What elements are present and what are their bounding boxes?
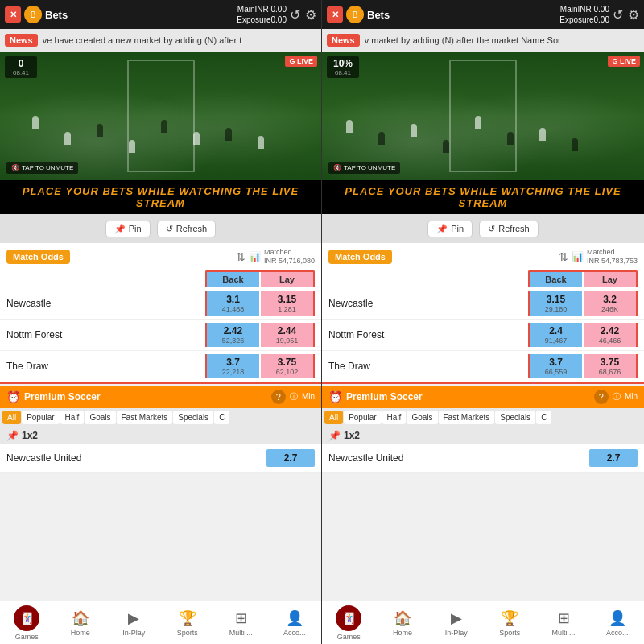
bottom-nav-right: 🃏 Games 🏠 Home ▶ In-Play 🏆 Sports ⊞ — [322, 601, 644, 644]
lay-cell-draw-right[interactable]: 3.75 68,676 — [584, 354, 636, 378]
filter-fast-right[interactable]: Fast Markets — [439, 411, 495, 424]
team-draw-left: The Draw — [6, 361, 205, 372]
odds-row-forest-right: Nottm Forest 2.4 91,467 2.42 46,466 — [322, 320, 644, 351]
bet-section-right: 📌 1x2 — [322, 427, 644, 444]
refresh-button-left[interactable]: ↺ Refresh — [157, 221, 217, 237]
lay-cell-newcastle-left[interactable]: 3.15 1,281 — [261, 291, 313, 316]
unmute-btn-right[interactable]: 🔇 TAP TO UNMUTE — [328, 162, 400, 174]
filter-half-right[interactable]: Half — [382, 411, 407, 424]
team-odd-newcastle-united-right[interactable]: 2.7 — [589, 449, 638, 467]
match-odds-header-left: Match Odds ⇅ 📊 Matched INR 54,716,080 — [0, 243, 321, 270]
nav-games-right[interactable]: 🃏 Games — [322, 601, 376, 644]
sort-icon-right[interactable]: ⇅ — [559, 250, 568, 263]
back-cell-forest-left[interactable]: 2.42 52,326 — [207, 323, 259, 347]
account-icon-right: 👤 — [609, 609, 626, 627]
nav-sports-label-right: Sports — [499, 629, 520, 637]
nav-multi-left[interactable]: ⊞ Multi ... — [214, 601, 268, 644]
back-cell-draw-right[interactable]: 3.7 66,559 — [530, 354, 582, 378]
video-right[interactable]: 10% 08:41 G LIVE 🔇 TAP TO UNMUTE — [322, 52, 644, 180]
score-number-left: 0 — [19, 58, 24, 69]
nav-sports-right[interactable]: 🏆 Sports — [483, 601, 537, 644]
filter-specials-left[interactable]: Specials — [173, 411, 213, 424]
pin-button-right[interactable]: 📌 Pin — [427, 221, 473, 237]
premium-info-left[interactable]: ? — [271, 390, 286, 404]
lay-header-right: Lay — [584, 272, 636, 287]
multi-icon-right: ⊞ — [558, 609, 570, 627]
news-bar-left: News ve have created a new market by add… — [0, 29, 321, 52]
nav-account-left[interactable]: 👤 Acco... — [268, 601, 322, 644]
lay-cell-forest-right[interactable]: 2.42 46,466 — [584, 323, 636, 347]
glive-badge-left: G LIVE — [285, 56, 317, 67]
back-cell-newcastle-right[interactable]: 3.15 29,180 — [530, 291, 582, 316]
lay-cell-draw-left[interactable]: 3.75 62,102 — [261, 354, 313, 378]
premium-section-right: ⏰ Premium Soccer ? ⓘ Min — [322, 386, 644, 408]
match-odds-badge-left: Match Odds — [6, 250, 70, 264]
close-button-left[interactable]: ✕ — [5, 6, 21, 23]
settings-icon-right[interactable]: ⚙ — [628, 7, 639, 23]
back-cell-forest-right[interactable]: 2.4 91,467 — [530, 323, 582, 347]
banner-text: PLACE YOUR BETS WHILE WATCHING THE LIVE … — [8, 185, 313, 209]
team-row-newcastle-united-right: Newcastle United 2.7 — [322, 444, 644, 473]
bet-section-left: 📌 1x2 — [0, 427, 321, 444]
filter-all-left[interactable]: All — [2, 411, 21, 424]
odds-label-spacer-right — [328, 270, 528, 287]
nav-games-left[interactable]: 🃏 Games — [0, 601, 54, 644]
sports-icon-left: 🏆 — [179, 609, 196, 627]
back-cell-newcastle-left[interactable]: 3.1 41,488 — [207, 291, 259, 316]
action-bar-right: 📌 Pin ↺ Refresh — [322, 214, 644, 243]
nav-multi-right[interactable]: ⊞ Multi ... — [537, 601, 591, 644]
filter-popular-right[interactable]: Popular — [344, 411, 381, 424]
sort-icon-left[interactable]: ⇅ — [236, 250, 246, 263]
filter-specials-right[interactable]: Specials — [495, 411, 535, 424]
odds-row-draw-left: The Draw 3.7 22,218 3.75 62,102 — [0, 351, 321, 382]
filter-c-right[interactable]: C — [536, 411, 551, 424]
score-number-right: 10% — [333, 58, 353, 69]
refresh-button-right[interactable]: ↺ Refresh — [479, 221, 539, 237]
unmute-btn-left[interactable]: 🔇 TAP TO UNMUTE — [6, 162, 78, 174]
nav-home-left[interactable]: 🏠 Home — [54, 601, 108, 644]
nav-account-right[interactable]: 👤 Acco... — [590, 601, 644, 644]
nav-inplay-right[interactable]: ▶ In-Play — [429, 601, 483, 644]
settings-icon-left[interactable]: ⚙ — [305, 7, 316, 23]
close-button-right[interactable]: ✕ — [327, 6, 343, 23]
filter-goals-right[interactable]: Goals — [407, 411, 437, 424]
odds-rows-right: Newcastle 3.15 29,180 3.2 246K — [322, 288, 644, 384]
team-odd-newcastle-united-left[interactable]: 2.7 — [266, 449, 315, 467]
main-container: ✕ B Bets MainINR 0.00 Exposure0.00 ↺ ⚙ N… — [0, 0, 644, 644]
filter-fast-left[interactable]: Fast Markets — [117, 411, 173, 424]
premium-info-right[interactable]: ? — [594, 390, 609, 404]
video-left[interactable]: 0 08:41 G LIVE 🔇 TAP TO UNMUTE — [0, 52, 321, 180]
team-name-newcastle-united-left: Newcastle United — [6, 452, 266, 464]
news-text-right: v market by adding (N) after the market … — [365, 35, 561, 45]
nav-account-label-right: Acco... — [606, 629, 629, 637]
lay-cell-newcastle-right[interactable]: 3.2 246K — [584, 291, 636, 316]
filter-c-left[interactable]: C — [214, 411, 229, 424]
news-bar-right: News v market by adding (N) after the ma… — [322, 29, 644, 52]
nav-inplay-left[interactable]: ▶ In-Play — [107, 601, 161, 644]
nav-sports-left[interactable]: 🏆 Sports — [161, 601, 215, 644]
chart-icon-right[interactable]: 📊 — [572, 251, 584, 262]
back-header-left: Back — [207, 272, 259, 287]
lay-cell-forest-left[interactable]: 2.44 19,951 — [261, 323, 313, 347]
nav-multi-label-left: Multi ... — [229, 629, 253, 637]
player-left-7 — [225, 128, 232, 141]
bottom-nav-left: 🃏 Games 🏠 Home ▶ In-Play 🏆 Sports ⊞ — [0, 601, 321, 644]
nav-home-right[interactable]: 🏠 Home — [376, 601, 430, 644]
refresh-icon-right[interactable]: ↺ — [613, 7, 623, 23]
odds-section-right: Match Odds ⇅ 📊 Matched INR 54,783,753 Ba… — [322, 243, 644, 384]
back-cell-draw-left[interactable]: 3.7 22,218 — [207, 354, 259, 378]
panel-right: ✕ B Bets MainINR 0.00 Exposure0.00 ↺ ⚙ N… — [322, 0, 644, 644]
pin-button-left[interactable]: 📌 Pin — [105, 221, 151, 237]
chart-icon-left[interactable]: 📊 — [249, 251, 261, 262]
refresh-icon-left[interactable]: ↺ — [290, 7, 300, 23]
filter-goals-left[interactable]: Goals — [85, 411, 115, 424]
filter-popular-left[interactable]: Popular — [22, 411, 59, 424]
news-tag-left: News — [5, 34, 38, 47]
odds-row-newcastle-right: Newcastle 3.15 29,180 3.2 246K — [322, 288, 644, 320]
player-right-6 — [507, 132, 514, 145]
cells-newcastle-right: 3.15 29,180 3.2 246K — [528, 291, 638, 316]
filter-all-right[interactable]: All — [324, 411, 343, 424]
banner-text-right: PLACE YOUR BETS WHILE WATCHING THE LIVE … — [330, 185, 636, 209]
filter-half-left[interactable]: Half — [60, 411, 85, 424]
bets-label-left: Bets — [45, 9, 68, 21]
